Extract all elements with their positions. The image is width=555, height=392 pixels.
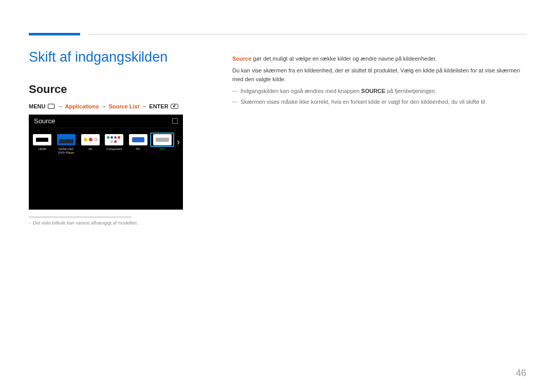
dvi-port-icon — [153, 134, 172, 145]
menu-path-arrow-1: → — [57, 103, 63, 109]
note-line-1: Indgangskilden kan også ændres med knapp… — [232, 87, 526, 96]
hdmi-port-icon — [33, 134, 51, 145]
image-footnote: Det viste billede kan variere afhængigt … — [29, 220, 193, 226]
body-paragraph-1-text: gør det muligt at vælge en række kilder … — [251, 55, 437, 62]
right-column: Source gør det muligt at vælge en række … — [232, 49, 526, 226]
source-item-pc: PC — [128, 134, 149, 155]
note-line-2: Skærmen vises måske ikke korrekt, hvis e… — [232, 98, 526, 106]
source-label-hdmi-cec: HDMI-CEC DVD Player — [56, 147, 77, 155]
footnote-separator — [29, 217, 132, 217]
component-port-icon — [105, 134, 123, 145]
menu-path-arrow-3: → — [141, 103, 147, 109]
source-items-row: HDMI HDMI-CEC DVD Player AV Component PC — [29, 128, 183, 155]
body-paragraph-2: Du kan vise skærmen fra en kildeenhed, d… — [232, 66, 526, 84]
source-item-av: AV — [80, 134, 101, 155]
source-item-hdmi: HDMI — [32, 134, 53, 155]
chevron-right-icon: › — [176, 137, 180, 147]
page-number: 46 — [516, 368, 526, 379]
section-title: Source — [29, 83, 193, 96]
note-1-source-keyword: SOURCE — [361, 88, 385, 94]
source-item-hdmi-cec: HDMI-CEC DVD Player — [56, 134, 77, 155]
menu-path-enter: ENTER — [149, 103, 168, 109]
source-keyword: Source — [232, 55, 251, 62]
enter-icon — [171, 104, 178, 109]
source-label-component: Component — [104, 147, 125, 155]
source-ui-title: Source — [34, 117, 55, 125]
source-label-av: AV — [80, 147, 101, 155]
menu-icon — [48, 104, 54, 109]
menu-path-menu: MENU — [29, 103, 45, 109]
left-column: Skift af indgangskilden Source MENU → Ap… — [29, 49, 193, 226]
body-paragraph-1: Source gør det muligt at vælge en række … — [232, 54, 526, 63]
menu-path-sourcelist: Source List — [108, 103, 139, 109]
chapter-title: Skift af indgangskilden — [29, 49, 193, 65]
source-item-dvi: DVI — [152, 134, 173, 155]
source-label-dvi: DVI — [152, 147, 173, 155]
menu-path-arrow-2: → — [101, 103, 106, 109]
source-ui-screenshot: Source HDMI HDMI-CEC DVD Player AV — [29, 115, 183, 210]
note-1-text-a: Indgangskilden kan også ændres med knapp… — [240, 88, 361, 94]
hdmi-cec-icon — [57, 134, 76, 145]
menu-path: MENU → Applications → Source List → ENTE… — [29, 103, 193, 109]
source-item-component: Component — [104, 134, 125, 155]
note-1-text-c: på fjernbetjeningen. — [385, 88, 437, 94]
tools-icon — [172, 118, 178, 124]
av-port-icon — [81, 134, 100, 145]
source-label-hdmi: HDMI — [32, 147, 53, 155]
source-label-pc: PC — [128, 147, 149, 155]
page-content: Skift af indgangskilden Source MENU → Ap… — [0, 0, 555, 226]
menu-path-applications: Applications — [65, 103, 99, 109]
source-ui-header: Source — [29, 115, 183, 128]
pc-port-icon — [129, 134, 147, 145]
